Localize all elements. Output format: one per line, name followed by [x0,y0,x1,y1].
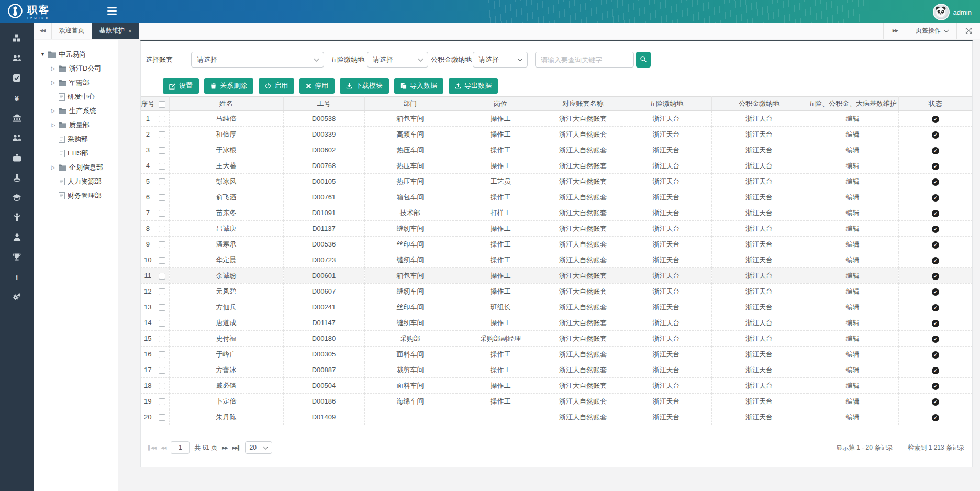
row-checkbox[interactable] [159,383,165,389]
avatar[interactable] [933,4,950,20]
tree-node[interactable]: 人力资源部 [34,174,118,188]
stop-button[interactable]: 停用 [299,78,335,94]
fullscreen-button[interactable] [956,23,980,39]
edit-button[interactable]: 设置 [163,78,199,94]
page-size-select[interactable]: 20 [245,441,272,454]
row-checkbox[interactable] [159,226,165,232]
briefcase-icon[interactable] [12,153,21,162]
tree-node[interactable]: ▷生产系统 [34,104,118,118]
status-enabled-icon[interactable]: ✔ [932,147,939,154]
next-page-button[interactable]: ▶▶ [222,445,227,450]
row-checkbox[interactable] [159,304,165,311]
row-checkbox[interactable] [159,178,165,185]
tree-collapsed-icon[interactable]: ▷ [50,80,56,85]
user-icon[interactable] [12,233,21,241]
user-menu[interactable]: admin [933,4,972,20]
tree-node[interactable]: 财务管理部 [34,188,118,203]
tree-node[interactable]: 研发中心 [34,90,118,104]
row-checkbox[interactable] [159,320,165,327]
graduation-cap-icon[interactable] [12,193,21,202]
trophy-icon[interactable] [12,253,21,261]
edit-link[interactable]: 编辑 [846,334,860,342]
row-checkbox[interactable] [159,414,165,421]
tree-node[interactable]: ▷军需部 [34,75,118,90]
status-enabled-icon[interactable]: ✔ [932,163,939,170]
hamburger-menu-icon[interactable] [107,7,117,17]
prev-page-button[interactable]: ◀◀ [161,445,166,450]
tab-welcome[interactable]: 欢迎首页 [52,23,92,39]
edit-link[interactable]: 编辑 [846,350,860,358]
users-icon[interactable] [12,54,21,62]
status-enabled-icon[interactable]: ✔ [932,178,939,186]
edit-link[interactable]: 编辑 [846,319,860,327]
gears-icon[interactable] [12,293,21,301]
row-checkbox[interactable] [159,163,165,170]
edit-link[interactable]: 编辑 [846,272,860,280]
power-button[interactable]: 启用 [259,78,294,94]
tabs-scroll-right-button[interactable]: ▶▶ [883,23,907,39]
status-enabled-icon[interactable]: ✔ [932,304,939,311]
tree-collapsed-icon[interactable]: ▷ [50,65,56,71]
edit-link[interactable]: 编辑 [846,413,860,421]
child-icon[interactable] [12,213,21,221]
row-checkbox[interactable] [159,194,165,201]
edit-link[interactable]: 编辑 [846,193,860,201]
row-checkbox[interactable] [159,257,165,264]
edit-link[interactable]: 编辑 [846,240,860,248]
last-page-button[interactable]: ▶▶▌ [232,445,240,450]
first-page-button[interactable]: ▌◀◀ [148,445,156,450]
row-checkbox[interactable] [159,367,165,374]
status-enabled-icon[interactable]: ✔ [932,414,939,421]
export-button[interactable]: 导出数据 [449,78,498,94]
tab-close-icon[interactable]: × [128,28,131,34]
row-checkbox[interactable] [159,398,165,405]
status-enabled-icon[interactable]: ✔ [932,273,939,280]
select-all-checkbox[interactable] [159,101,165,108]
trash-button[interactable]: 关系删除 [204,78,253,94]
info-icon[interactable]: i [12,273,21,281]
account-select[interactable]: 请选择 [191,52,324,68]
tree-node[interactable]: ▾中元易尚 [34,47,118,61]
status-enabled-icon[interactable]: ✔ [932,383,939,390]
row-checkbox[interactable] [159,336,165,342]
row-checkbox[interactable] [159,288,165,295]
search-input[interactable] [535,52,634,68]
edit-link[interactable]: 编辑 [846,397,860,405]
edit-link[interactable]: 编辑 [846,177,860,185]
edit-link[interactable]: 编辑 [846,287,860,295]
tree-collapsed-icon[interactable]: ▷ [50,164,56,170]
cubes-icon[interactable] [12,34,21,42]
status-enabled-icon[interactable]: ✔ [932,398,939,406]
row-checkbox[interactable] [159,147,165,154]
status-enabled-icon[interactable]: ✔ [932,320,939,327]
import-button[interactable]: 导入数据 [394,78,443,94]
users-icon-2[interactable] [12,133,21,142]
tree-node[interactable]: ▷浙江D公司 [34,61,118,75]
status-enabled-icon[interactable]: ✔ [932,131,939,139]
status-enabled-icon[interactable]: ✔ [932,367,939,374]
status-enabled-icon[interactable]: ✔ [932,210,939,217]
tree-expanded-icon[interactable]: ▾ [40,51,46,57]
status-enabled-icon[interactable]: ✔ [932,194,939,202]
edit-link[interactable]: 编辑 [846,162,860,170]
row-checkbox[interactable] [159,241,165,248]
edit-link[interactable]: 编辑 [846,146,860,154]
status-enabled-icon[interactable]: ✔ [932,257,939,264]
search-button[interactable] [636,52,651,68]
page-number-input[interactable] [171,441,190,454]
edit-link[interactable]: 编辑 [846,382,860,389]
tab-base-maintenance[interactable]: 基数维护 × [92,23,139,39]
row-checkbox[interactable] [159,116,165,122]
status-enabled-icon[interactable]: ✔ [932,226,939,233]
status-enabled-icon[interactable]: ✔ [932,241,939,249]
status-enabled-icon[interactable]: ✔ [932,336,939,343]
status-enabled-icon[interactable]: ✔ [932,351,939,359]
tab-operations-menu[interactable]: 页签操作 [907,23,956,39]
yen-icon[interactable]: ¥ [12,94,21,102]
tree-node[interactable]: ▷质量部 [34,118,118,132]
tree-node[interactable]: 采购部 [34,132,118,146]
tabs-scroll-left-button[interactable]: ◀◀ [34,23,52,39]
edit-link[interactable]: 编辑 [846,225,860,232]
status-enabled-icon[interactable]: ✔ [932,116,939,123]
street-view-icon[interactable] [12,173,21,182]
